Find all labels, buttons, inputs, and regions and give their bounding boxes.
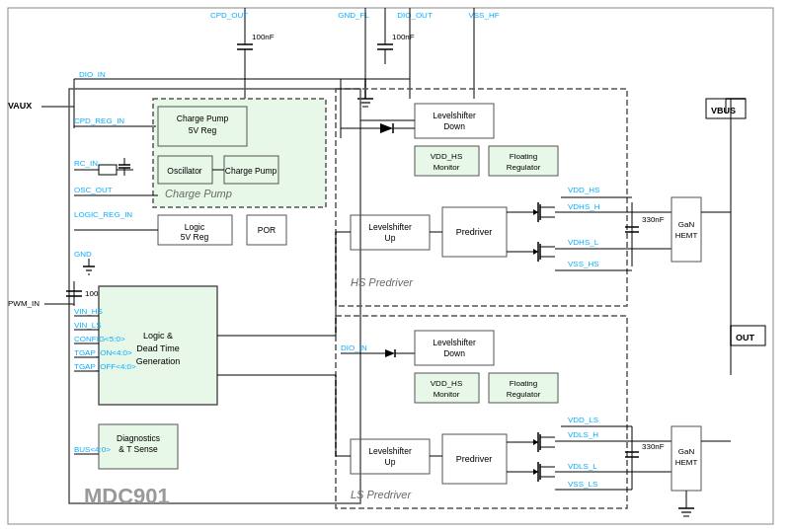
svg-text:Charge Pump: Charge Pump — [165, 188, 232, 199]
svg-text:VIN_HS: VIN_HS — [74, 307, 103, 316]
svg-text:BUS<4:0>: BUS<4:0> — [74, 445, 111, 454]
svg-text:VIN_LS: VIN_LS — [74, 321, 102, 330]
svg-text:VSS_HF: VSS_HF — [468, 11, 499, 20]
svg-text:POR: POR — [258, 225, 276, 235]
svg-text:DIO_IN: DIO_IN — [79, 70, 106, 79]
svg-text:Charge Pump: Charge Pump — [177, 114, 229, 123]
svg-text:Predriver: Predriver — [456, 227, 493, 237]
svg-text:VSS_LS: VSS_LS — [568, 480, 597, 489]
svg-text:HEMT: HEMT — [675, 458, 698, 467]
svg-text:MDC901: MDC901 — [84, 484, 170, 508]
svg-text:Levelshifter: Levelshifter — [368, 222, 412, 232]
svg-text:Logic: Logic — [185, 222, 205, 232]
svg-text:TGAP_OFF<4:0>: TGAP_OFF<4:0> — [74, 362, 136, 371]
svg-text:CONFIG<5:0>: CONFIG<5:0> — [74, 335, 125, 343]
svg-text:5V Reg: 5V Reg — [181, 232, 209, 242]
svg-text:Dead Time: Dead Time — [136, 343, 180, 353]
svg-text:Floating: Floating — [510, 379, 537, 388]
svg-text:DIO_OUT: DIO_OUT — [397, 11, 433, 20]
svg-text:GaN: GaN — [678, 447, 695, 456]
svg-text:CPD_REG_IN: CPD_REG_IN — [74, 116, 124, 125]
svg-text:VDHS_L: VDHS_L — [568, 238, 599, 247]
svg-text:LOGIC_REG_IN: LOGIC_REG_IN — [74, 210, 132, 219]
svg-text:Logic &: Logic & — [143, 331, 173, 341]
svg-text:GND: GND — [74, 250, 92, 259]
svg-text:VAUX: VAUX — [8, 101, 32, 111]
svg-text:VDLS_H: VDLS_H — [568, 430, 598, 439]
svg-text:Levelshifter: Levelshifter — [433, 111, 476, 120]
svg-text:Regulator: Regulator — [507, 163, 541, 172]
svg-text:Up: Up — [385, 233, 396, 243]
svg-text:VDD_HS: VDD_HS — [431, 379, 462, 388]
svg-text:Predriver: Predriver — [456, 454, 493, 464]
svg-text:Diagnostics: Diagnostics — [117, 433, 160, 443]
svg-text:CPD_OUT: CPD_OUT — [210, 11, 248, 20]
svg-text:Oscillator: Oscillator — [167, 166, 202, 176]
svg-text:Charge Pump: Charge Pump — [225, 166, 277, 176]
svg-text:HS Predriver: HS Predriver — [351, 276, 414, 288]
svg-text:& T Sense: & T Sense — [118, 444, 158, 454]
svg-text:VDD_HS: VDD_HS — [568, 186, 599, 194]
svg-text:HEMT: HEMT — [675, 231, 698, 240]
svg-text:OSC_OUT: OSC_OUT — [74, 186, 113, 194]
svg-text:Levelshifter: Levelshifter — [433, 338, 476, 347]
svg-text:330nF: 330nF — [642, 442, 665, 451]
svg-text:OUT: OUT — [736, 333, 755, 342]
svg-text:Up: Up — [385, 457, 396, 467]
svg-text:VBUS: VBUS — [711, 106, 736, 115]
svg-text:LS Predriver: LS Predriver — [351, 489, 412, 500]
svg-text:100nF: 100nF — [252, 33, 275, 41]
svg-text:Down: Down — [443, 348, 465, 358]
svg-text:Monitor: Monitor — [434, 163, 460, 172]
svg-text:Down: Down — [443, 121, 465, 131]
svg-text:VDD_LS: VDD_LS — [568, 416, 598, 424]
svg-text:RC_IN: RC_IN — [74, 159, 98, 168]
svg-text:GaN: GaN — [678, 220, 695, 229]
svg-text:Floating: Floating — [510, 152, 537, 161]
svg-text:VDHS_H: VDHS_H — [568, 202, 600, 211]
svg-text:Generation: Generation — [136, 356, 181, 366]
svg-text:VSS_HS: VSS_HS — [568, 260, 599, 268]
svg-text:TGAP_ON<4:0>: TGAP_ON<4:0> — [74, 348, 132, 357]
svg-text:100nF: 100nF — [392, 33, 415, 41]
svg-text:VDLS_L: VDLS_L — [568, 462, 597, 471]
svg-text:Levelshifter: Levelshifter — [368, 446, 412, 456]
svg-text:VDD_HS: VDD_HS — [431, 152, 462, 161]
svg-text:DIO_IN: DIO_IN — [341, 343, 367, 352]
svg-text:Monitor: Monitor — [434, 390, 460, 399]
svg-text:Regulator: Regulator — [507, 390, 541, 399]
svg-text:330nF: 330nF — [642, 215, 665, 224]
svg-text:PWM_IN: PWM_IN — [8, 299, 40, 308]
svg-text:5V Reg: 5V Reg — [189, 125, 217, 135]
block-diagram: 100nF 100nF CPD_OUT GND_FL DIO_OUT VSS_H… — [0, 0, 790, 532]
